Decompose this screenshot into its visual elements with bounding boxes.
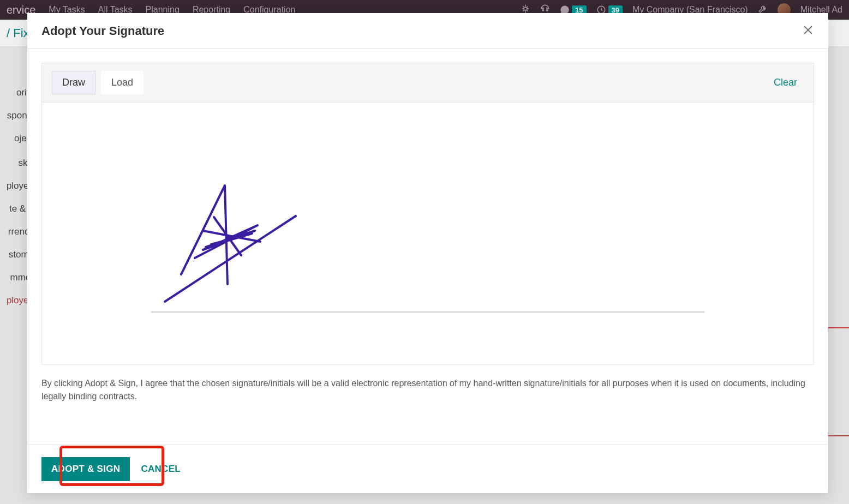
tab-draw[interactable]: Draw — [52, 71, 95, 94]
cancel-button[interactable]: CANCEL — [140, 458, 182, 480]
signature-modal: Adopt Your Signature Draw Load Clear By … — [27, 13, 828, 493]
adopt-sign-button[interactable]: ADOPT & SIGN — [41, 457, 130, 481]
signature-canvas[interactable] — [42, 103, 814, 364]
clear-button[interactable]: Clear — [767, 73, 804, 93]
disclaimer-text: By clicking Adopt & Sign, I agree that t… — [41, 377, 814, 403]
signature-toolbar: Draw Load Clear — [42, 63, 814, 103]
signature-panel: Draw Load Clear — [41, 63, 814, 365]
modal-body: Draw Load Clear By clicking Adopt & Sign… — [27, 49, 828, 445]
tab-load[interactable]: Load — [101, 71, 144, 94]
close-icon[interactable] — [802, 24, 814, 38]
modal-header: Adopt Your Signature — [27, 13, 828, 49]
signature-baseline — [151, 311, 704, 313]
modal-title: Adopt Your Signature — [41, 24, 164, 38]
modal-footer: ADOPT & SIGN CANCEL — [27, 445, 828, 493]
signature-stroke — [162, 184, 315, 310]
